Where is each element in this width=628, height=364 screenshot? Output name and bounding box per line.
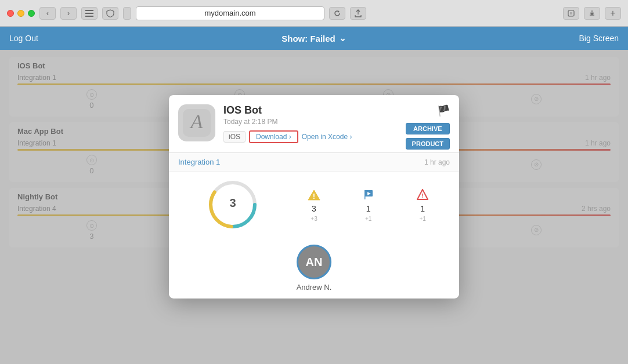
warning-count: 3 [312, 203, 316, 213]
browser-chrome: ‹ › mydomain.com + [0, 0, 628, 27]
integration-time: 1 hr ago [424, 158, 450, 166]
chevron-down-icon: ⌄ [339, 33, 347, 43]
app-icon: A [178, 104, 215, 141]
svg-rect-15 [364, 190, 366, 199]
fullscreen-button[interactable] [563, 7, 579, 20]
refresh-button[interactable] [329, 7, 345, 20]
error-stat: ! 1 +1 [395, 187, 450, 221]
svg-text:3: 3 [229, 196, 236, 209]
share-button[interactable] [350, 7, 366, 20]
svg-rect-1 [85, 13, 93, 14]
svg-text:!: ! [313, 191, 315, 200]
show-filter-button[interactable]: Show: Failed ⌄ [281, 33, 347, 43]
address-bar-leading [123, 7, 131, 20]
ios-tag-button[interactable]: iOS [223, 131, 246, 143]
filter-label: Show: Failed [281, 34, 335, 43]
back-button[interactable]: ‹ [39, 7, 56, 20]
minimize-button[interactable] [17, 10, 24, 17]
error-count: 1 [420, 203, 425, 213]
download-indicator[interactable] [584, 7, 600, 20]
circle-progress-svg: 3 [207, 179, 259, 231]
integration-label[interactable]: Integration 1 [178, 158, 220, 166]
product-button[interactable]: PRODUCT [406, 138, 450, 150]
main-content: iOS Bot Integration 1 1 hr ago ⊙ 0 ⊙ 0 ⊙… [0, 50, 628, 364]
logout-button[interactable]: Log Out [9, 34, 38, 43]
traffic-lights [7, 10, 35, 17]
svg-text:A: A [190, 111, 203, 132]
forward-button[interactable]: › [60, 7, 77, 20]
shield-icon[interactable] [102, 7, 118, 20]
address-bar[interactable]: mydomain.com [136, 6, 324, 20]
flag-sub: +1 [365, 215, 371, 221]
close-button[interactable] [7, 10, 14, 17]
download-button[interactable]: Download › [249, 130, 298, 143]
new-tab-button[interactable]: + [605, 7, 621, 20]
svg-rect-5 [570, 12, 572, 14]
archive-button[interactable]: ARCHIVE [406, 123, 450, 134]
flag-stat: ▶ 1 +1 [341, 187, 396, 221]
flag-icon[interactable]: 🏴 [406, 104, 450, 117]
big-screen-button[interactable]: Big Screen [579, 34, 619, 43]
modal-header: A IOS Bot Today at 2:18 PM iOS Download … [169, 95, 459, 153]
circle-progress-container: 3 [178, 179, 287, 231]
avatar-initials: AN [306, 255, 323, 268]
contributor-avatar: AN [297, 245, 331, 279]
maximize-button[interactable] [28, 10, 35, 17]
contributor-section: AN Andrew N. [169, 238, 459, 299]
open-in-xcode-button[interactable]: Open in Xcode › [302, 133, 352, 141]
modal-integration-row: Integration 1 1 hr ago [169, 153, 459, 172]
error-sub: +1 [419, 215, 425, 221]
svg-rect-2 [85, 16, 93, 17]
sidebar-toggle-button[interactable] [81, 7, 98, 20]
svg-rect-0 [85, 10, 93, 11]
integration-modal: A IOS Bot Today at 2:18 PM iOS Download … [169, 95, 459, 299]
warning-sub: +3 [311, 215, 317, 221]
contributor-name: Andrew N. [297, 283, 332, 292]
modal-side-buttons: 🏴 ARCHIVE PRODUCT [406, 104, 450, 150]
warning-stat: ! 3 +3 [287, 187, 341, 221]
address-text: mydomain.com [204, 9, 255, 17]
modal-stats-row: 3 ! 3 +3 [169, 172, 459, 238]
error-icon: ! [416, 187, 430, 201]
flag-count: 1 [366, 203, 371, 213]
svg-marker-3 [338, 10, 340, 13]
flag-stat-icon: ▶ [362, 187, 376, 201]
warning-icon: ! [307, 187, 321, 201]
app-header: Log Out Show: Failed ⌄ Big Screen [0, 27, 628, 50]
svg-text:!: ! [421, 192, 424, 199]
